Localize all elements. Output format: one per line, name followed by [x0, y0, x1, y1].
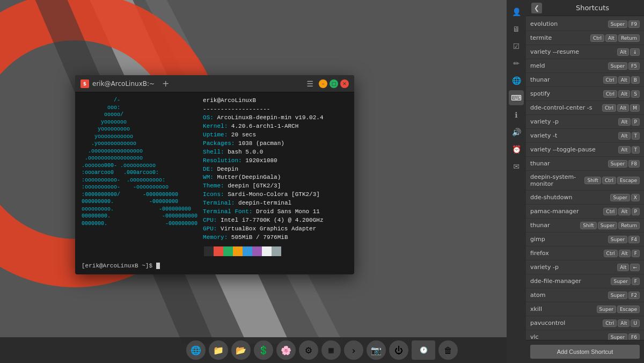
- taskbar-folder-icon[interactable]: 📂: [231, 340, 251, 360]
- shortcuts-back-button[interactable]: ❮: [531, 3, 542, 13]
- shortcut-item[interactable]: pavucontrolCtrlAltU: [526, 316, 644, 330]
- terminal-prompt[interactable]: [erik@ArcoLinuxB ~]$: [75, 260, 354, 274]
- key-badge: Alt: [618, 132, 630, 140]
- shortcut-item[interactable]: thunarShiftSuperReturn: [526, 219, 644, 233]
- taskbar-variety-icon[interactable]: 🌸: [276, 340, 296, 360]
- sidebar-time-icon[interactable]: ⏰: [509, 142, 524, 157]
- sidebar-network-icon[interactable]: 🌐: [509, 73, 524, 88]
- shortcut-item[interactable]: variety --toggle-pauseAltT: [526, 143, 644, 157]
- taskbar-network-icon[interactable]: 🌐: [186, 340, 206, 360]
- terminal-tab-label: erik@ArcoLinuxB:~: [92, 80, 155, 88]
- key-badge: Super: [608, 292, 627, 299]
- sidebar-display-icon[interactable]: 🖥: [509, 21, 524, 37]
- shortcut-item[interactable]: variety -pAltP: [526, 115, 644, 129]
- sidebar-info-icon[interactable]: ℹ: [509, 107, 524, 122]
- add-shortcut-button[interactable]: Add Custom Shortcut: [530, 345, 640, 359]
- shortcut-item[interactable]: termiteCtrlAltReturn: [526, 31, 644, 45]
- sidebar-keyboard-icon[interactable]: ⌨: [509, 90, 524, 105]
- shortcut-item[interactable]: spotifyCtrlAltS: [526, 87, 644, 101]
- theme-label: Theme:: [203, 183, 224, 189]
- key-badge: Alt: [618, 76, 630, 84]
- key-badge: ←: [630, 264, 640, 271]
- terminal-label: Terminal:: [203, 200, 235, 206]
- kernel-value: 4.20.6-arch1-1-ARCH: [228, 123, 298, 129]
- shortcuts-list[interactable]: evolutionSuperF9termiteCtrlAltReturnvari…: [526, 16, 644, 340]
- taskbar-files-icon[interactable]: 📁: [209, 340, 228, 360]
- key-badge: Shift: [584, 177, 601, 184]
- shortcut-item[interactable]: xkillSuperEscape: [526, 302, 644, 316]
- key-badge: Ctrl: [603, 76, 617, 84]
- key-badge: F6: [628, 333, 640, 340]
- shortcut-name: pavucontrol: [530, 320, 603, 326]
- shortcut-item[interactable]: dde-shutdownSuperX: [526, 191, 644, 205]
- add-tab-button[interactable]: +: [162, 78, 169, 89]
- shortcut-item[interactable]: deepin-system-monitorShiftCtrlEscape: [526, 171, 644, 191]
- shortcut-item[interactable]: thunarSuperF8: [526, 157, 644, 171]
- key-badge: Return: [618, 222, 640, 229]
- taskbar-power-icon[interactable]: ⏻: [389, 340, 408, 360]
- shortcut-keys: CtrlAltReturn: [590, 34, 640, 42]
- key-badge: Alt: [618, 320, 630, 327]
- key-badge: Alt: [617, 264, 629, 271]
- minimize-button[interactable]: –: [319, 79, 327, 88]
- key-badge: P: [632, 208, 640, 215]
- shortcut-item[interactable]: vlcSuperF6: [526, 330, 644, 340]
- shortcut-item[interactable]: gimpSuperF4: [526, 233, 644, 246]
- key-badge: Super: [608, 333, 627, 340]
- maximize-button[interactable]: □: [330, 79, 338, 88]
- shortcut-item[interactable]: thunarCtrlAltB: [526, 73, 644, 87]
- key-badge: B: [631, 76, 640, 84]
- shortcut-item[interactable]: dde-control-center -sCtrlAltM: [526, 101, 644, 115]
- taskbar-settings-icon[interactable]: ⚙: [299, 340, 318, 360]
- shortcut-keys: SuperEscape: [597, 306, 640, 313]
- taskbar-camera-icon[interactable]: 📷: [367, 340, 386, 360]
- taskbar-trash-icon[interactable]: 🗑: [438, 340, 458, 360]
- shell-value: bash 5.0.0: [224, 149, 264, 155]
- shortcuts-footer: Add Custom Shortcut: [526, 340, 644, 363]
- shortcut-item[interactable]: variety -tAltT: [526, 129, 644, 143]
- shortcut-name: dde-control-center -s: [530, 104, 602, 111]
- key-badge: Alt: [619, 250, 631, 257]
- shortcut-keys: AltT: [618, 146, 640, 154]
- shortcut-name: evolution: [530, 20, 608, 27]
- shortcut-item[interactable]: variety --resumeAlt↓: [526, 45, 644, 59]
- taskbar-arrow-icon[interactable]: ›: [344, 340, 363, 360]
- os-value: ArcoLinuxB-deepin-min v19.02.4: [214, 114, 324, 121]
- shortcut-name: variety --resume: [530, 48, 617, 55]
- taskbar-money-icon[interactable]: 💲: [254, 340, 273, 360]
- key-badge: F5: [628, 62, 640, 70]
- key-badge: F: [632, 250, 640, 257]
- key-badge: T: [632, 132, 640, 140]
- key-badge: Super: [608, 20, 627, 28]
- shortcut-item[interactable]: atomSuperF2: [526, 288, 644, 302]
- sidebar-personalize-icon[interactable]: ✏: [509, 56, 524, 71]
- key-badge: X: [631, 194, 640, 201]
- shortcut-name: variety -p: [530, 264, 617, 271]
- shortcut-item[interactable]: pamac-managerCtrlAltP: [526, 205, 644, 219]
- icons-label: Icons:: [203, 191, 224, 198]
- shortcut-keys: Alt↓: [617, 48, 640, 56]
- key-badge: S: [631, 90, 640, 98]
- menu-icon[interactable]: ☰: [306, 79, 313, 88]
- key-badge: F: [632, 278, 640, 285]
- sidebar-notif-icon[interactable]: ☑: [509, 39, 524, 54]
- key-badge: F4: [628, 236, 640, 243]
- taskbar-media-icon[interactable]: ▦: [321, 340, 341, 360]
- taskbar-clock-icon[interactable]: 🕐: [412, 340, 435, 360]
- shortcut-item[interactable]: dde-file-managerSuperF: [526, 274, 644, 288]
- shortcut-item[interactable]: meldSuperF5: [526, 59, 644, 73]
- shortcut-keys: SuperX: [610, 194, 640, 201]
- sidebar-mail-icon[interactable]: ✉: [509, 159, 524, 174]
- shortcut-keys: SuperF4: [608, 236, 640, 243]
- shortcut-name: spotify: [530, 90, 603, 97]
- sidebar-user-icon[interactable]: 👤: [509, 4, 524, 19]
- shortcut-item[interactable]: evolutionSuperF9: [526, 17, 644, 31]
- close-button[interactable]: ✕: [340, 79, 349, 88]
- key-badge: Super: [598, 222, 617, 229]
- shortcut-item[interactable]: firefoxCtrlAltF: [526, 246, 644, 260]
- terminal-font-label: Terminal Font:: [203, 208, 252, 215]
- sidebar-sound-icon[interactable]: 🔊: [509, 125, 524, 140]
- key-badge: Alt: [605, 34, 617, 42]
- shortcut-item[interactable]: variety -pAlt←: [526, 260, 644, 274]
- key-badge: Ctrl: [603, 208, 617, 215]
